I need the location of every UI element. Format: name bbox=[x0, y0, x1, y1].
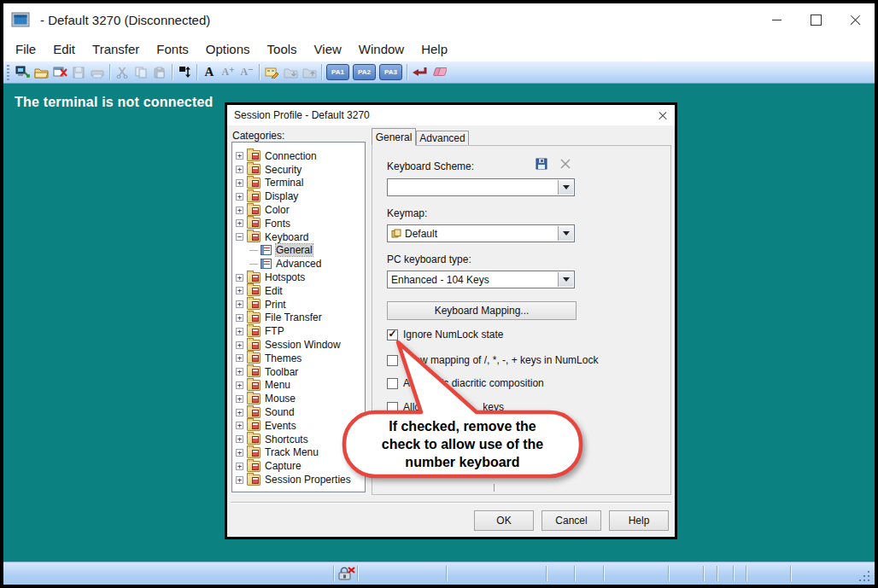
close-button[interactable] bbox=[835, 3, 875, 36]
keyboard-properties-icon[interactable] bbox=[262, 64, 281, 81]
statusbar-separator bbox=[603, 566, 604, 581]
open-session-icon[interactable] bbox=[32, 64, 50, 81]
tree-item-hotspots[interactable]: Hotspots bbox=[232, 271, 365, 284]
expand-icon[interactable] bbox=[236, 409, 243, 416]
pa3-button[interactable]: PA3 bbox=[379, 64, 402, 80]
menu-window[interactable]: Window bbox=[352, 39, 411, 59]
dialog-close-button[interactable] bbox=[656, 108, 670, 122]
close-session-icon[interactable] bbox=[50, 64, 69, 81]
tree-item-keyboard-advanced[interactable]: Advanced bbox=[232, 257, 365, 271]
expand-icon[interactable] bbox=[236, 368, 243, 376]
tree-item-color[interactable]: Color bbox=[232, 203, 365, 217]
pa2-button[interactable]: PA2 bbox=[353, 64, 376, 80]
minimize-icon bbox=[772, 20, 781, 20]
tree-item-keyboard-general[interactable]: General bbox=[232, 244, 365, 258]
expand-icon[interactable] bbox=[236, 287, 243, 294]
resize-grip[interactable] bbox=[859, 569, 871, 581]
enter-key-icon[interactable] bbox=[410, 64, 429, 81]
dropdown-button[interactable] bbox=[558, 226, 573, 241]
expand-icon[interactable] bbox=[236, 166, 243, 173]
expand-icon[interactable] bbox=[236, 207, 243, 214]
category-folder-icon bbox=[247, 218, 260, 229]
tree-item-print[interactable]: Print bbox=[232, 298, 365, 311]
expand-icon[interactable] bbox=[236, 193, 243, 201]
maximize-button[interactable] bbox=[796, 3, 835, 36]
statusbar-separator bbox=[446, 566, 447, 581]
keyboard-scheme-combobox[interactable] bbox=[387, 178, 575, 196]
menu-transfer[interactable]: Transfer bbox=[85, 39, 146, 59]
dropdown-button[interactable] bbox=[558, 180, 573, 195]
expand-icon[interactable] bbox=[236, 463, 243, 470]
menu-help[interactable]: Help bbox=[414, 39, 454, 59]
menu-options[interactable]: Options bbox=[199, 39, 257, 59]
font-decrease-icon: A⁻ bbox=[237, 64, 256, 81]
disconnected-icon bbox=[337, 566, 356, 585]
expand-icon[interactable] bbox=[236, 476, 243, 484]
tab-advanced[interactable]: Advanced bbox=[416, 131, 469, 146]
settings-page-icon bbox=[260, 259, 272, 269]
save-scheme-icon[interactable] bbox=[536, 158, 547, 173]
connect-icon[interactable] bbox=[13, 64, 32, 81]
menu-fonts[interactable]: Fonts bbox=[149, 39, 196, 59]
expand-icon[interactable] bbox=[236, 381, 243, 389]
minimize-button[interactable] bbox=[757, 3, 796, 36]
expand-icon[interactable] bbox=[236, 300, 243, 308]
expand-icon[interactable] bbox=[236, 328, 243, 335]
expand-icon[interactable] bbox=[236, 274, 243, 282]
tree-item-label: Color bbox=[265, 204, 290, 216]
fit-screen-icon[interactable] bbox=[175, 64, 194, 81]
expand-icon[interactable] bbox=[236, 152, 243, 160]
collapse-icon[interactable] bbox=[236, 233, 243, 241]
category-folder-icon bbox=[247, 205, 260, 216]
keymap-combobox[interactable]: Default bbox=[387, 224, 575, 242]
menu-file[interactable]: File bbox=[9, 39, 43, 59]
dropdown-button[interactable] bbox=[558, 272, 573, 287]
tree-item-label: Events bbox=[265, 420, 296, 432]
tree-item-label: Terminal bbox=[265, 177, 303, 189]
toolbar-grip[interactable] bbox=[7, 65, 9, 80]
expand-icon[interactable] bbox=[236, 395, 243, 403]
pc-keyboard-type-combobox[interactable]: Enhanced - 104 Keys bbox=[387, 271, 575, 288]
font-icon[interactable]: A bbox=[200, 64, 219, 81]
expand-icon[interactable] bbox=[236, 341, 243, 349]
delete-scheme-icon[interactable] bbox=[559, 158, 571, 173]
tree-item-file-transfer[interactable]: File Transfer bbox=[232, 311, 365, 325]
expand-icon[interactable] bbox=[236, 422, 243, 429]
dialog-title-bar[interactable]: Session Profile - Default 3270 bbox=[227, 105, 675, 125]
keyboard-mapping-button[interactable]: Keyboard Mapping... bbox=[387, 301, 577, 320]
tree-item-edit[interactable]: Edit bbox=[232, 284, 365, 298]
help-button[interactable]: Help bbox=[609, 510, 669, 531]
expand-icon[interactable] bbox=[236, 314, 243, 322]
callout-line: check to allow use of the bbox=[344, 435, 581, 453]
menu-edit[interactable]: Edit bbox=[46, 39, 82, 59]
tree-item-display[interactable]: Display bbox=[232, 189, 365, 203]
expand-icon[interactable] bbox=[236, 435, 243, 443]
expand-icon[interactable] bbox=[236, 219, 243, 227]
tree-item-connection[interactable]: Connection bbox=[232, 149, 365, 163]
expand-icon[interactable] bbox=[236, 179, 243, 187]
tree-item-terminal[interactable]: Terminal bbox=[232, 177, 365, 190]
tree-item-label: Print bbox=[265, 299, 286, 311]
category-folder-icon bbox=[247, 299, 260, 310]
tree-item-keyboard[interactable]: Keyboard bbox=[232, 230, 365, 244]
terminal-status-message: The terminal is not connected bbox=[15, 95, 214, 110]
ok-button[interactable]: OK bbox=[474, 510, 534, 531]
tree-item-label: Connection bbox=[265, 150, 317, 162]
status-bar bbox=[3, 562, 875, 585]
tree-item-label: Toolbar bbox=[265, 366, 298, 378]
menu-tools[interactable]: Tools bbox=[260, 39, 304, 59]
tree-item-security[interactable]: Security bbox=[232, 163, 365, 177]
toolbar-separator bbox=[109, 64, 110, 80]
pa1-button[interactable]: PA1 bbox=[326, 64, 349, 80]
statusbar-separator bbox=[733, 566, 734, 581]
tree-item-fonts[interactable]: Fonts bbox=[232, 217, 365, 230]
erase-icon[interactable] bbox=[429, 64, 448, 81]
cancel-button[interactable]: Cancel bbox=[541, 510, 601, 531]
expand-icon[interactable] bbox=[236, 354, 243, 362]
menu-view[interactable]: View bbox=[307, 39, 348, 59]
tab-general[interactable]: General bbox=[372, 128, 416, 146]
statusbar-separator bbox=[746, 566, 746, 581]
tree-item-label: Sound bbox=[265, 406, 295, 418]
expand-icon[interactable] bbox=[236, 449, 243, 457]
settings-page-icon bbox=[260, 245, 272, 255]
